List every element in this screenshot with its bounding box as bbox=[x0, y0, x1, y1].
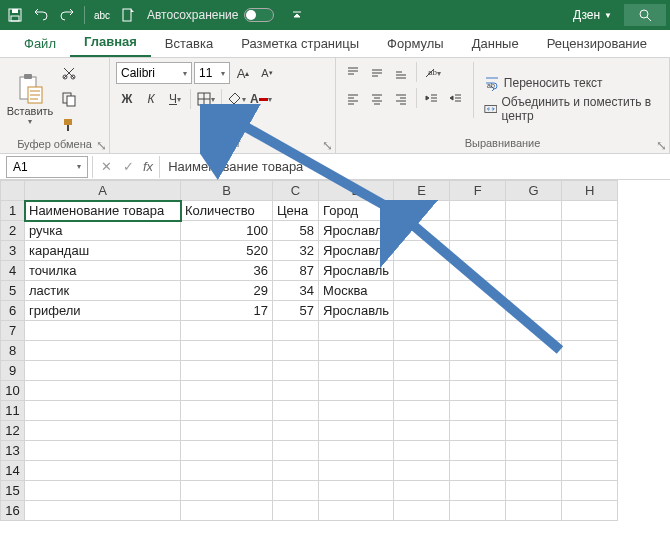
cell-A9[interactable] bbox=[25, 361, 181, 381]
cell-C16[interactable] bbox=[273, 501, 319, 521]
cell-A4[interactable]: точилка bbox=[25, 261, 181, 281]
cell-F11[interactable] bbox=[450, 401, 506, 421]
cell-C5[interactable]: 34 bbox=[273, 281, 319, 301]
cell-A13[interactable] bbox=[25, 441, 181, 461]
column-header-G[interactable]: G bbox=[506, 181, 562, 201]
font-color-button[interactable]: A▾ bbox=[250, 88, 272, 110]
tab-file[interactable]: Файл bbox=[10, 30, 70, 57]
cell-G4[interactable] bbox=[506, 261, 562, 281]
row-header-5[interactable]: 5 bbox=[1, 281, 25, 301]
cell-F16[interactable] bbox=[450, 501, 506, 521]
cell-A16[interactable] bbox=[25, 501, 181, 521]
cell-G10[interactable] bbox=[506, 381, 562, 401]
column-header-H[interactable]: H bbox=[562, 181, 618, 201]
tab-home[interactable]: Главная bbox=[70, 28, 151, 57]
cell-A8[interactable] bbox=[25, 341, 181, 361]
cell-B1[interactable]: Количество bbox=[181, 201, 273, 221]
row-header-2[interactable]: 2 bbox=[1, 221, 25, 241]
cell-B11[interactable] bbox=[181, 401, 273, 421]
cell-E7[interactable] bbox=[394, 321, 450, 341]
cell-E4[interactable] bbox=[394, 261, 450, 281]
name-box[interactable]: A1▾ bbox=[6, 156, 88, 178]
cell-F8[interactable] bbox=[450, 341, 506, 361]
undo-button[interactable] bbox=[30, 4, 52, 26]
cell-D14[interactable] bbox=[319, 461, 394, 481]
font-size-select[interactable]: 11▾ bbox=[194, 62, 230, 84]
cell-E9[interactable] bbox=[394, 361, 450, 381]
cell-B10[interactable] bbox=[181, 381, 273, 401]
cell-A10[interactable] bbox=[25, 381, 181, 401]
clipboard-launcher[interactable]: ⤡ bbox=[95, 139, 107, 151]
row-header-4[interactable]: 4 bbox=[1, 261, 25, 281]
cell-D16[interactable] bbox=[319, 501, 394, 521]
tab-data[interactable]: Данные bbox=[458, 30, 533, 57]
cell-F7[interactable] bbox=[450, 321, 506, 341]
cell-E14[interactable] bbox=[394, 461, 450, 481]
font-name-select[interactable]: Calibri▾ bbox=[116, 62, 192, 84]
row-header-16[interactable]: 16 bbox=[1, 501, 25, 521]
cell-G11[interactable] bbox=[506, 401, 562, 421]
align-middle-button[interactable] bbox=[366, 62, 388, 84]
cell-A1[interactable]: Наименование товара bbox=[25, 201, 181, 221]
new-file-button[interactable] bbox=[117, 4, 139, 26]
cell-H12[interactable] bbox=[562, 421, 618, 441]
cell-E15[interactable] bbox=[394, 481, 450, 501]
account-area[interactable]: Дзен ▼ bbox=[573, 4, 666, 26]
increase-font-button[interactable]: A▴ bbox=[232, 62, 254, 84]
cell-H5[interactable] bbox=[562, 281, 618, 301]
italic-button[interactable]: К bbox=[140, 88, 162, 110]
cell-D9[interactable] bbox=[319, 361, 394, 381]
cell-C1[interactable]: Цена bbox=[273, 201, 319, 221]
cell-F3[interactable] bbox=[450, 241, 506, 261]
cell-B4[interactable]: 36 bbox=[181, 261, 273, 281]
fill-color-button[interactable]: ▾ bbox=[226, 88, 248, 110]
cell-D15[interactable] bbox=[319, 481, 394, 501]
tab-formulas[interactable]: Формулы bbox=[373, 30, 458, 57]
cell-E2[interactable] bbox=[394, 221, 450, 241]
cell-B3[interactable]: 520 bbox=[181, 241, 273, 261]
row-header-13[interactable]: 13 bbox=[1, 441, 25, 461]
row-header-3[interactable]: 3 bbox=[1, 241, 25, 261]
cell-F12[interactable] bbox=[450, 421, 506, 441]
cell-D6[interactable]: Ярославль bbox=[319, 301, 394, 321]
cell-E16[interactable] bbox=[394, 501, 450, 521]
row-header-9[interactable]: 9 bbox=[1, 361, 25, 381]
column-header-F[interactable]: F bbox=[450, 181, 506, 201]
cell-H2[interactable] bbox=[562, 221, 618, 241]
decrease-font-button[interactable]: A▾ bbox=[256, 62, 278, 84]
font-launcher[interactable]: ⤡ bbox=[321, 139, 333, 151]
cell-F10[interactable] bbox=[450, 381, 506, 401]
cell-B2[interactable]: 100 bbox=[181, 221, 273, 241]
cell-C7[interactable] bbox=[273, 321, 319, 341]
cell-D13[interactable] bbox=[319, 441, 394, 461]
save-button[interactable] bbox=[4, 4, 26, 26]
copy-button[interactable] bbox=[58, 88, 80, 110]
cut-button[interactable] bbox=[58, 62, 80, 84]
orientation-button[interactable]: ab▾ bbox=[421, 62, 443, 84]
cell-A5[interactable]: ластик bbox=[25, 281, 181, 301]
row-header-11[interactable]: 11 bbox=[1, 401, 25, 421]
cell-A12[interactable] bbox=[25, 421, 181, 441]
borders-button[interactable]: ▾ bbox=[195, 88, 217, 110]
cell-E11[interactable] bbox=[394, 401, 450, 421]
cell-G16[interactable] bbox=[506, 501, 562, 521]
cell-F13[interactable] bbox=[450, 441, 506, 461]
cell-G2[interactable] bbox=[506, 221, 562, 241]
autosave-toggle[interactable]: Автосохранение bbox=[147, 8, 274, 22]
column-header-B[interactable]: B bbox=[181, 181, 273, 201]
spreadsheet-grid[interactable]: ABCDEFGH1Наименование товараКоличествоЦе… bbox=[0, 180, 670, 521]
cell-E13[interactable] bbox=[394, 441, 450, 461]
redo-button[interactable] bbox=[56, 4, 78, 26]
cell-B16[interactable] bbox=[181, 501, 273, 521]
cell-H14[interactable] bbox=[562, 461, 618, 481]
format-painter-button[interactable] bbox=[58, 114, 80, 136]
cell-G7[interactable] bbox=[506, 321, 562, 341]
bold-button[interactable]: Ж bbox=[116, 88, 138, 110]
cell-D8[interactable] bbox=[319, 341, 394, 361]
cell-E1[interactable] bbox=[394, 201, 450, 221]
cell-B6[interactable]: 17 bbox=[181, 301, 273, 321]
cell-A14[interactable] bbox=[25, 461, 181, 481]
cell-E5[interactable] bbox=[394, 281, 450, 301]
align-bottom-button[interactable] bbox=[390, 62, 412, 84]
row-header-15[interactable]: 15 bbox=[1, 481, 25, 501]
